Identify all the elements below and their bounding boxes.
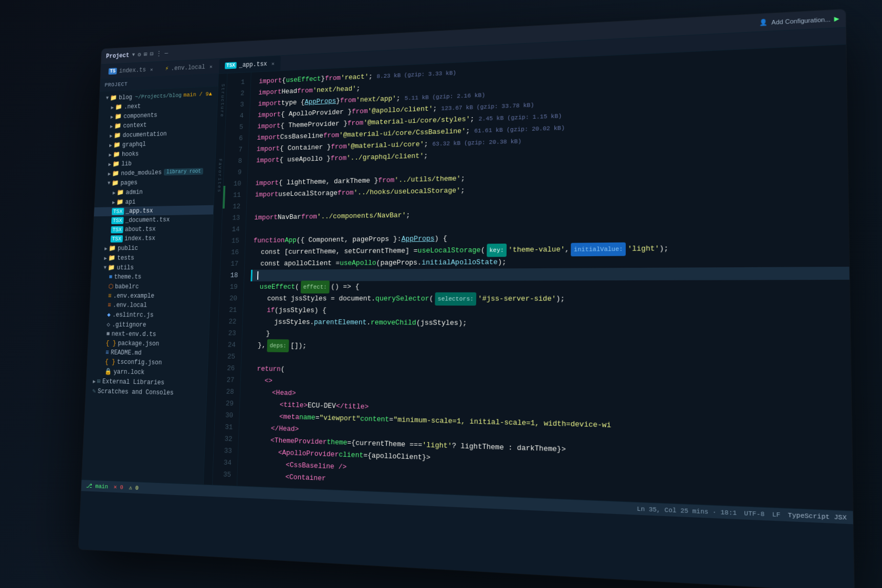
tree-label: babelrc	[115, 283, 139, 290]
minimize-icon[interactable]: —	[164, 50, 168, 57]
line-num-33: 33	[216, 445, 232, 457]
line-num-30: 30	[217, 410, 233, 422]
tree-label: External Libraries	[102, 378, 165, 386]
tree-label: yarn.lock	[113, 368, 144, 376]
settings-icon[interactable]: ⚙	[138, 51, 141, 58]
lock-icon: 🔒	[104, 368, 112, 375]
sidebar-title: Project	[104, 81, 128, 88]
tab-close-env-icon[interactable]: ✕	[209, 64, 213, 70]
line-num-13: 13	[224, 213, 240, 224]
tab-close-app-icon[interactable]: ✕	[271, 60, 275, 67]
cursor-position: Ln 35, Col 25 mins · 18:1	[637, 505, 737, 517]
tab-label-app-tsx: _app.tsx	[239, 60, 267, 69]
folder-icon: 📁	[109, 245, 116, 253]
arrow-icon: ▶	[112, 190, 116, 196]
tree-label: _document.tsx	[125, 216, 170, 224]
arrow-icon: ▶	[110, 114, 113, 120]
tsx-icon: TSX	[110, 235, 123, 243]
tree-label: graphql	[122, 141, 146, 149]
arrow-icon: ▼	[103, 265, 107, 271]
env-icon: ≡	[108, 292, 111, 300]
line-num-9: 9	[226, 167, 242, 178]
ide-window: Project ▼ ⚙ ⊞ ⊟ ⋮ — 👤 Add Configuration.…	[78, 9, 854, 588]
folder-icon: 📁	[114, 132, 121, 140]
tree-label: public	[118, 245, 138, 252]
tab-close-icon[interactable]: ✕	[150, 66, 153, 72]
line-num-29: 29	[217, 398, 234, 410]
collapse-icon[interactable]: ⊟	[150, 50, 153, 58]
tree-label: blog	[119, 93, 132, 101]
line-num-17: 17	[223, 258, 239, 270]
arrow-icon: ▶	[109, 142, 112, 149]
sidebar-item-babelrc[interactable]: ⬡ babelrc	[90, 281, 219, 291]
arrow-icon: ▶	[108, 171, 111, 177]
tab-env-local[interactable]: ⚡ .env.local ✕	[159, 59, 218, 76]
line-num-5: 5	[227, 122, 243, 133]
tab-index-ts[interactable]: TS index.ts ✕	[103, 62, 159, 79]
tree-label: README.md	[111, 349, 142, 357]
file-icon: ◇	[107, 321, 110, 329]
user-icon: 👤	[759, 18, 768, 26]
project-title: Project	[106, 52, 130, 60]
tree-label: tsconfig.json	[117, 359, 162, 366]
arrow-icon: ▶	[110, 133, 113, 139]
folder-icon: 📁	[108, 254, 116, 262]
folder-icon: 📁	[110, 94, 117, 102]
folder-icon: 📁	[108, 264, 115, 272]
more-icon[interactable]: ⋮	[156, 50, 162, 58]
arrow-icon: ▶	[104, 245, 108, 251]
folder-icon: 📁	[115, 103, 122, 111]
tree-label: context	[123, 121, 146, 129]
branch-path: ~/Projects/blog	[135, 92, 182, 100]
line-num-14: 14	[224, 224, 240, 235]
tab-label-index-ts: index.ts	[119, 66, 146, 75]
line-num-25: 25	[219, 351, 235, 363]
sidebar-item-env-local[interactable]: ≡ .env.local	[90, 301, 219, 310]
structure-label: Structure	[219, 84, 225, 118]
sidebar-item-scratches[interactable]: ✎ Scratches and Consoles	[86, 386, 216, 398]
json-icon: { }	[106, 340, 116, 347]
git-status: ⎇ main	[86, 482, 108, 490]
run-icon[interactable]: ▶	[834, 14, 839, 24]
arrow-icon: ▶	[110, 123, 113, 130]
tree-label: pages	[120, 179, 138, 186]
editor-area: 1 2 3 4 5 6 7 8 9 10 11 12 13 14 15 16 1	[213, 45, 853, 510]
sidebar-item-tests[interactable]: ▶ 📁 tests	[92, 252, 220, 263]
yaml-icon: ⬡	[108, 283, 113, 291]
main-content: Project ▼ 📁 blog ~/Projects/blog main / …	[82, 45, 853, 510]
tree-label: _app.tsx	[125, 207, 153, 215]
folder-icon: 📁	[113, 151, 120, 159]
json-icon: { }	[105, 359, 116, 366]
add-config-button[interactable]: Add Configuration...	[771, 16, 831, 26]
code-editor[interactable]: import { useEffect } from 'react'; 8.23 …	[237, 45, 853, 510]
tree-label: lib	[121, 160, 132, 167]
tree-label: documentation	[122, 130, 166, 139]
line-num-26: 26	[218, 363, 235, 375]
title-bar-right: 👤 Add Configuration... ▶	[759, 14, 839, 27]
tree-label: api	[125, 198, 135, 206]
arrow-icon: ▼	[106, 96, 109, 101]
ts-icon: ■	[106, 330, 110, 338]
encoding: UTF-8	[744, 510, 764, 518]
folder-icon: 📁	[112, 170, 119, 177]
tab-app-tsx[interactable]: TSX _app.tsx ✕	[219, 56, 281, 74]
line-num-7: 7	[226, 144, 243, 156]
dropdown-arrow-icon[interactable]: ▼	[132, 52, 135, 58]
line-num-35: 35	[215, 469, 231, 481]
sidebar-item-eslintrc[interactable]: ◆ .eslintrc.js	[89, 310, 218, 320]
line-num-15: 15	[223, 235, 239, 247]
sidebar-item-theme-ts[interactable]: ■ theme.ts	[91, 272, 220, 282]
sidebar-item-env-example[interactable]: ≡ .env.example	[90, 291, 219, 301]
line-num-12: 12	[225, 201, 241, 213]
sidebar-item-utils[interactable]: ▼ 📁 utils	[91, 262, 220, 272]
tree-label: components	[123, 111, 158, 120]
ts-icon: ■	[109, 274, 112, 281]
sidebar-item-public[interactable]: ▶ 📁 public	[92, 243, 221, 254]
arrow-icon: ▶	[104, 255, 107, 261]
sidebar-item-gitignore[interactable]: ◇ .gitignore	[89, 320, 218, 330]
folder-icon: 📁	[112, 160, 120, 168]
line-num-24: 24	[219, 339, 236, 351]
expand-icon[interactable]: ⊞	[144, 50, 148, 58]
scratch-icon: ✎	[92, 387, 96, 395]
line-num-4: 4	[228, 110, 244, 122]
